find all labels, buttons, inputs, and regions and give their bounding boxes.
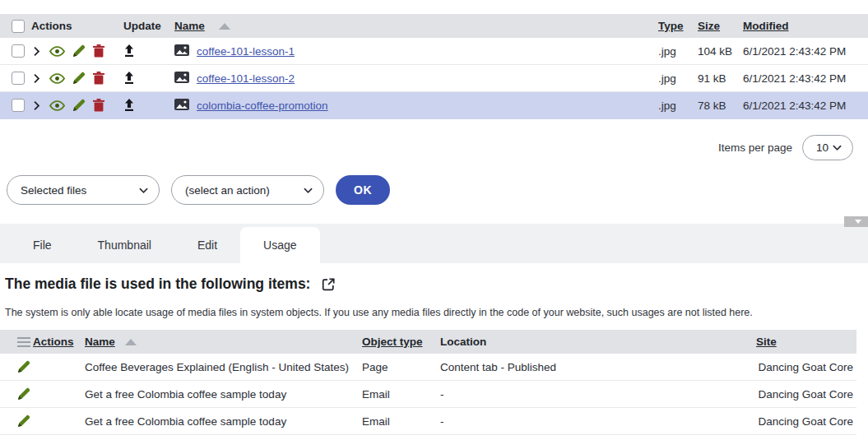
usage-table-row: Get a free Colombia coffee sample today … [0, 408, 856, 435]
usage-location: Content tab - Published [440, 361, 756, 373]
pagination-bar: Items per page 10 [0, 135, 868, 160]
menu-hamburger-icon[interactable] [15, 337, 33, 347]
sort-ascending-icon [219, 23, 230, 30]
column-header-name[interactable]: Name [174, 20, 205, 32]
preview-eye-icon[interactable] [49, 72, 65, 85]
upload-icon[interactable] [123, 44, 135, 58]
expand-chevron-icon[interactable] [31, 46, 42, 57]
column-header-type[interactable]: Type [658, 20, 684, 32]
ok-button[interactable]: OK [336, 175, 390, 205]
items-per-page-label: Items per page [718, 141, 792, 154]
file-type: .jpg [658, 72, 698, 85]
chevron-down-icon [833, 141, 842, 154]
preview-eye-icon[interactable] [49, 45, 65, 58]
edit-pencil-icon[interactable] [72, 99, 86, 112]
column-header-modified[interactable]: Modified [743, 20, 789, 32]
items-per-page-select[interactable]: 10 [802, 135, 853, 160]
action-select-value: (select an action) [185, 184, 270, 197]
scrollbar-down-button[interactable] [844, 216, 868, 227]
selected-files-value: Selected files [21, 184, 86, 197]
column-header-actions: Actions [31, 20, 123, 32]
usage-site: Dancing Goat Core [756, 361, 856, 373]
usage-description: The system is only able locate usage of … [5, 307, 868, 318]
file-modified: 6/1/2021 2:43:42 PM [743, 72, 852, 85]
column-header-actions[interactable]: Actions [33, 336, 74, 348]
usage-table-row: Get a free Colombia coffee sample today … [0, 381, 856, 408]
sort-ascending-icon [125, 339, 137, 345]
table-row-selected: colombia-coffee-promotion .jpg 78 kB 6/1… [0, 92, 868, 119]
items-per-page-value: 10 [816, 141, 829, 154]
media-file-table: Actions Update Name Type Size Modified c… [0, 14, 868, 119]
usage-table: Actions Name Object type Location Site C… [0, 330, 856, 435]
delete-trash-icon[interactable] [93, 99, 104, 112]
select-all-checkbox[interactable] [12, 20, 25, 33]
usage-item-name: Get a free Colombia coffee sample today [85, 388, 362, 401]
delete-trash-icon[interactable] [93, 72, 104, 85]
tab-file[interactable]: File [10, 227, 75, 263]
expand-chevron-icon[interactable] [31, 100, 42, 111]
file-name-link[interactable]: coffee-101-lesson-1 [197, 45, 295, 58]
table-row: coffee-101-lesson-2 .jpg 91 kB 6/1/2021 … [0, 65, 868, 92]
usage-site: Dancing Goat Core [756, 415, 856, 428]
expand-chevron-icon[interactable] [31, 73, 42, 84]
image-file-icon [174, 99, 189, 113]
delete-trash-icon[interactable] [93, 44, 104, 58]
selected-files-select[interactable]: Selected files [7, 175, 160, 205]
row-checkbox[interactable] [12, 44, 25, 58]
usage-item-name: Coffee Beverages Explained (English - Un… [85, 361, 362, 373]
edit-pencil-icon[interactable] [72, 72, 86, 85]
image-file-icon [174, 72, 189, 86]
detail-tabbar: File Thumbnail Edit Usage [0, 224, 868, 263]
usage-object-type: Email [362, 388, 440, 401]
file-name-link[interactable]: coffee-101-lesson-2 [197, 72, 295, 85]
file-table-header: Actions Update Name Type Size Modified [0, 14, 868, 38]
usage-location: - [440, 415, 756, 428]
preview-eye-icon[interactable] [49, 100, 65, 112]
file-modified: 6/1/2021 2:43:42 PM [743, 45, 852, 58]
tab-edit[interactable]: Edit [174, 227, 240, 263]
column-header-name[interactable]: Name [85, 336, 115, 348]
scroll-arrow-down-icon [855, 220, 861, 224]
external-link-icon[interactable] [322, 278, 335, 291]
usage-object-type: Page [362, 361, 440, 373]
upload-icon[interactable] [123, 99, 135, 112]
file-type: .jpg [658, 100, 698, 112]
column-header-object-type[interactable]: Object type [362, 336, 423, 348]
upload-icon[interactable] [123, 72, 135, 85]
chevron-down-icon [304, 184, 313, 197]
row-checkbox[interactable] [12, 72, 25, 85]
file-size: 78 kB [698, 100, 743, 112]
file-type: .jpg [658, 45, 698, 58]
usage-heading: The media file is used in the following … [5, 276, 310, 293]
column-header-site[interactable]: Site [756, 336, 777, 348]
edit-pencil-icon[interactable] [15, 387, 33, 401]
usage-location: - [440, 388, 756, 401]
usage-item-name: Get a free Colombia coffee sample today [85, 415, 362, 428]
usage-table-header: Actions Name Object type Location Site [0, 330, 856, 354]
file-size: 91 kB [698, 72, 743, 85]
edit-pencil-icon[interactable] [15, 415, 33, 428]
bulk-actions-bar: Selected files (select an action) OK [0, 175, 868, 205]
chevron-down-icon [139, 184, 148, 197]
row-checkbox[interactable] [12, 99, 25, 112]
usage-panel: The media file is used in the following … [0, 276, 868, 435]
column-header-update: Update [123, 20, 174, 32]
file-size: 104 kB [698, 45, 743, 58]
column-header-location: Location [440, 336, 756, 348]
tab-thumbnail[interactable]: Thumbnail [75, 227, 174, 263]
column-header-size[interactable]: Size [698, 20, 720, 32]
usage-site: Dancing Goat Core [756, 388, 856, 401]
usage-object-type: Email [362, 415, 440, 428]
edit-pencil-icon[interactable] [15, 360, 33, 373]
image-file-icon [174, 44, 189, 58]
table-row: coffee-101-lesson-1 .jpg 104 kB 6/1/2021… [0, 38, 868, 65]
usage-table-row: Coffee Beverages Explained (English - Un… [0, 354, 856, 381]
tab-usage[interactable]: Usage [240, 227, 319, 263]
file-modified: 6/1/2021 2:43:42 PM [743, 100, 852, 112]
action-select[interactable]: (select an action) [171, 175, 324, 205]
edit-pencil-icon[interactable] [72, 44, 86, 58]
file-name-link[interactable]: colombia-coffee-promotion [197, 100, 328, 112]
